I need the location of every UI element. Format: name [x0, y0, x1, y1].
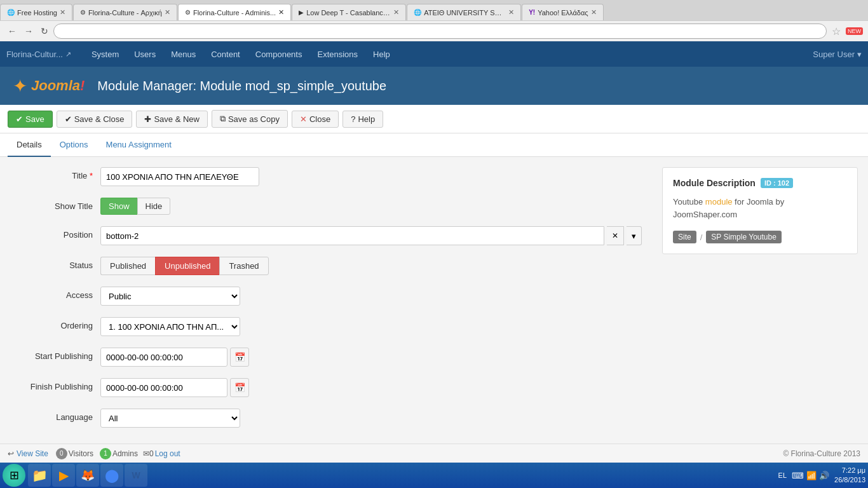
tab-label: Free Hosting — [17, 9, 57, 17]
language-label: Language — [10, 409, 93, 422]
save-new-button[interactable]: ✚ Save & New — [136, 111, 208, 128]
show-button[interactable]: Show — [100, 198, 137, 215]
help-button[interactable]: ? Help — [342, 111, 383, 128]
unpublished-button[interactable]: Unpublished — [155, 257, 219, 275]
visitors-count-badge: 0 — [56, 448, 67, 459]
start-publishing-input[interactable] — [100, 348, 227, 367]
position-clear-button[interactable]: ✕ — [607, 226, 624, 245]
breadcrumb-separator: / — [700, 233, 703, 242]
tab-close-icon[interactable]: ✕ — [60, 8, 65, 17]
site-link-icon[interactable]: ↗ — [65, 50, 71, 58]
nav-menus[interactable]: Menus — [163, 41, 203, 67]
ordering-group: Ordering 1. 100 ΧΡΟΝΙΑ ΑΠΟ ΤΗΝ ΑΠ... — [10, 317, 642, 336]
position-dropdown-button[interactable]: ▾ — [627, 226, 642, 245]
taskbar-media[interactable]: ▶ — [52, 464, 75, 486]
required-indicator: * — [90, 171, 93, 180]
ordering-label: Ordering — [10, 317, 93, 330]
nav-extensions[interactable]: Extensions — [309, 41, 365, 67]
hide-button[interactable]: Hide — [137, 198, 171, 215]
copyright-text: © Florina-Culture 2013 — [783, 449, 860, 458]
main-panel: Title * Show Title Show Hide Position — [0, 157, 652, 486]
copy-icon: ⧉ — [220, 114, 226, 124]
nav-components[interactable]: Components — [248, 41, 310, 67]
tab-menu-assignment[interactable]: Menu Assignment — [97, 133, 180, 157]
ordering-select[interactable]: 1. 100 ΧΡΟΝΙΑ ΑΠΟ ΤΗΝ ΑΠ... — [100, 317, 240, 336]
highlight-word: module — [705, 197, 733, 207]
tab-yahoo[interactable]: Y! Yahoo! Ελλάδας ✕ — [522, 4, 603, 20]
position-input-wrap: ✕ ▾ — [100, 226, 642, 245]
module-id-badge: ID : 102 — [761, 178, 793, 188]
tab-close-icon[interactable]: ✕ — [508, 8, 514, 17]
taskbar-chrome[interactable]: ⬤ — [100, 464, 123, 486]
title-label: Title * — [10, 167, 93, 180]
title-field-group: Title * — [10, 167, 642, 186]
position-input[interactable] — [100, 226, 604, 245]
tab-free-hosting[interactable]: 🌐 Free Hosting ✕ — [0, 4, 72, 20]
address-input[interactable]: florina-culture.yzi.me/administrator/ind… — [53, 24, 827, 39]
tab-details[interactable]: Details — [8, 133, 51, 157]
title-input[interactable] — [100, 167, 259, 186]
user-dropdown-icon[interactable]: ▾ — [857, 50, 862, 59]
trashed-button[interactable]: Trashed — [219, 257, 268, 275]
tab-icon: ⚙ — [80, 9, 86, 16]
language-select-container: All — [100, 409, 240, 428]
taskbar-language: EL — [778, 471, 787, 479]
close-button[interactable]: ✕ Close — [292, 111, 339, 128]
breadcrumb-module-tag[interactable]: SP Simple Youtube — [706, 231, 782, 243]
access-group: Access Public Registered Special — [10, 287, 642, 306]
save-new-label: Save & New — [154, 114, 200, 124]
site-name[interactable]: Florina-Cultur... — [6, 50, 63, 59]
tab-label: Low Deep T - Casablanca... — [306, 9, 391, 17]
tab-atei[interactable]: 🌐 ΑΤΕΙΘ UNIVERSITY STUDE... ✕ — [407, 4, 521, 20]
start-publishing-calendar-button[interactable]: 📅 — [230, 348, 249, 367]
tab-options[interactable]: Options — [51, 133, 97, 157]
nav-users[interactable]: Users — [126, 41, 163, 67]
tab-close-icon[interactable]: ✕ — [591, 8, 597, 17]
save-close-button[interactable]: ✔ Save & Close — [57, 111, 133, 128]
breadcrumb-site-tag[interactable]: Site — [673, 231, 696, 243]
reload-button[interactable]: ↻ — [38, 25, 51, 37]
save-copy-button[interactable]: ⧉ Save as Copy — [212, 110, 288, 128]
start-button[interactable]: ⊞ — [3, 464, 25, 486]
show-hide-group: Show Hide — [100, 198, 642, 215]
status-button-group: Published Unpublished Trashed — [100, 257, 642, 275]
published-button[interactable]: Published — [100, 257, 155, 275]
tab-close-icon[interactable]: ✕ — [278, 8, 284, 17]
page-title: Module Manager: Module mod_sp_simple_you… — [97, 79, 386, 93]
tab-icon: ▶ — [299, 9, 304, 16]
taskbar-date-value: 26/8/2013 — [834, 475, 865, 485]
finish-publishing-input[interactable] — [100, 378, 227, 397]
tab-youtube[interactable]: ▶ Low Deep T - Casablanca... ✕ — [292, 4, 406, 20]
tab-florina-home[interactable]: ⚙ Florina-Culture - Αρχική ✕ — [73, 4, 177, 20]
side-panel: Module Description ID : 102 Youtube modu… — [652, 157, 868, 486]
tab-bar: 🌐 Free Hosting ✕ ⚙ Florina-Culture - Αρχ… — [0, 0, 868, 20]
plus-icon: ✚ — [144, 114, 151, 124]
taskbar-clock: 7:22 μμ 26/8/2013 — [834, 466, 865, 485]
taskbar-firefox[interactable]: 🦊 — [76, 464, 99, 486]
language-select[interactable]: All — [100, 409, 240, 428]
finish-publishing-group: Finish Publishing 📅 — [10, 378, 642, 397]
close-icon: ✕ — [300, 114, 307, 124]
tab-close-icon[interactable]: ✕ — [393, 8, 399, 17]
nav-help[interactable]: Help — [365, 41, 398, 67]
taskbar-files[interactable]: 📁 — [28, 464, 51, 486]
logout-link[interactable]: Log out — [155, 449, 180, 458]
back-button[interactable]: ← — [5, 25, 19, 37]
user-menu[interactable]: Super User — [813, 50, 855, 59]
access-select-container: Public Registered Special — [100, 287, 240, 306]
taskbar-word[interactable]: W — [125, 464, 147, 486]
access-select[interactable]: Public Registered Special — [100, 287, 240, 306]
taskbar-system-icons: ⌨ 📶 🔊 — [792, 471, 829, 480]
tab-close-icon[interactable]: ✕ — [165, 8, 170, 17]
tab-icon: ⚙ — [185, 9, 191, 16]
address-bar-row: ← → ↻ florina-culture.yzi.me/administrat… — [0, 20, 868, 41]
nav-system[interactable]: System — [84, 41, 126, 67]
tab-florina-admin[interactable]: ⚙ Florina-Culture - Adminis... ✕ — [178, 4, 291, 20]
nav-content[interactable]: Content — [203, 41, 248, 67]
finish-publishing-calendar-button[interactable]: 📅 — [230, 378, 249, 397]
save-button[interactable]: ✔ Save — [8, 111, 53, 128]
bookmark-icon[interactable]: ☆ — [829, 25, 843, 37]
save-icon: ✔ — [16, 114, 23, 124]
view-site-link[interactable]: View Site — [17, 449, 48, 458]
forward-button[interactable]: → — [22, 25, 36, 37]
